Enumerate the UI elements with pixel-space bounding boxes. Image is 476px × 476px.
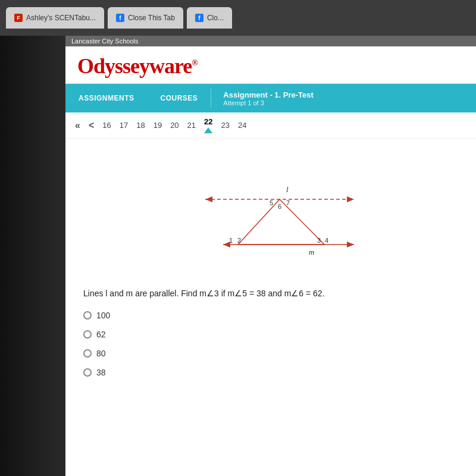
tab-ashley[interactable]: F Ashley's SCENTabu... <box>6 7 104 29</box>
answer-option-a[interactable]: 100 <box>83 311 458 320</box>
radio-c[interactable] <box>83 349 92 358</box>
page-24[interactable]: 24 <box>238 121 246 130</box>
logo-area: Odysseyware® <box>65 46 476 84</box>
institution-name: Lancaster City Schools <box>71 37 139 45</box>
page-22[interactable]: 22 <box>204 117 212 126</box>
svg-text:m: m <box>309 248 314 256</box>
radio-b[interactable] <box>83 330 92 339</box>
svg-marker-5 <box>347 242 354 248</box>
page-23[interactable]: 23 <box>221 121 230 130</box>
assignment-title: Assignment - 1. Pre-Test <box>223 90 313 99</box>
main-window: Lancaster City Schools Odysseyware® ASSI… <box>65 36 476 476</box>
page-22-indicator[interactable]: 22 <box>204 117 212 133</box>
tab-clo[interactable]: f Clo... <box>187 7 232 29</box>
svg-text:6: 6 <box>278 203 281 210</box>
page-back-one-button[interactable]: < <box>89 120 94 131</box>
page-18[interactable]: 18 <box>136 121 145 130</box>
svg-marker-1 <box>205 196 212 202</box>
answer-label-d: 38 <box>96 368 106 377</box>
radio-a[interactable] <box>83 311 92 320</box>
question-text: Lines l and m are parallel. Find m∠3 if … <box>83 287 458 300</box>
page-20[interactable]: 20 <box>170 121 178 130</box>
tab-ashley-favicon: F <box>14 14 23 22</box>
institution-bar: Lancaster City Schools <box>65 36 476 46</box>
tab-close-favicon: f <box>116 14 124 22</box>
tab-clo-favicon: f <box>195 14 203 22</box>
page-21[interactable]: 21 <box>187 121 196 130</box>
page-17[interactable]: 17 <box>120 121 128 130</box>
tab-close-this[interactable]: f Close This Tab <box>108 7 183 29</box>
nav-courses[interactable]: COURSES <box>148 84 211 112</box>
active-page-arrow <box>204 127 212 133</box>
svg-text:1: 1 <box>229 237 233 244</box>
tab-clo-label: Clo... <box>207 14 224 22</box>
answer-option-b[interactable]: 62 <box>83 330 458 339</box>
page-16[interactable]: 16 <box>102 121 111 130</box>
tab-ashley-label: Ashley's SCENTabu... <box>26 14 96 22</box>
page-back-all-button[interactable]: « <box>75 120 80 131</box>
answer-option-c[interactable]: 80 <box>83 349 458 358</box>
attempt-label: Attempt 1 of 3 <box>223 99 313 107</box>
nav-bar: ASSIGNMENTS COURSES Assignment - 1. Pre-… <box>65 84 476 112</box>
radio-d[interactable] <box>83 368 92 377</box>
page-19[interactable]: 19 <box>154 121 162 130</box>
svg-text:2: 2 <box>237 237 241 244</box>
svg-text:5: 5 <box>270 199 273 206</box>
svg-text:l: l <box>286 185 289 194</box>
svg-marker-2 <box>347 196 354 202</box>
browser-chrome: F Ashley's SCENTabu... f Close This Tab … <box>0 0 476 36</box>
logo-trademark: ® <box>192 58 197 67</box>
pagination-bar: « < 16 17 18 19 20 21 22 23 24 <box>65 112 476 139</box>
logo-text: Odysseyware® <box>77 54 198 78</box>
svg-text:7: 7 <box>286 199 290 206</box>
nav-assignments[interactable]: ASSIGNMENTS <box>65 84 148 112</box>
assignment-info: Assignment - 1. Pre-Test Attempt 1 of 3 <box>211 84 325 112</box>
left-sidebar <box>0 36 65 476</box>
answer-option-d[interactable]: 38 <box>83 368 458 377</box>
content-area: l m 5 6 7 1 2 3 4 Lines l and m are para… <box>65 139 476 399</box>
answer-label-c: 80 <box>96 349 106 358</box>
geometry-svg: l m 5 6 7 1 2 3 4 <box>170 156 372 275</box>
svg-line-6 <box>238 199 280 245</box>
diagram-container: l m 5 6 7 1 2 3 4 <box>83 156 458 275</box>
svg-text:3: 3 <box>317 237 321 244</box>
tab-close-label: Close This Tab <box>128 14 175 22</box>
svg-text:4: 4 <box>325 237 328 244</box>
answer-label-b: 62 <box>96 330 106 339</box>
answer-label-a: 100 <box>96 311 110 320</box>
